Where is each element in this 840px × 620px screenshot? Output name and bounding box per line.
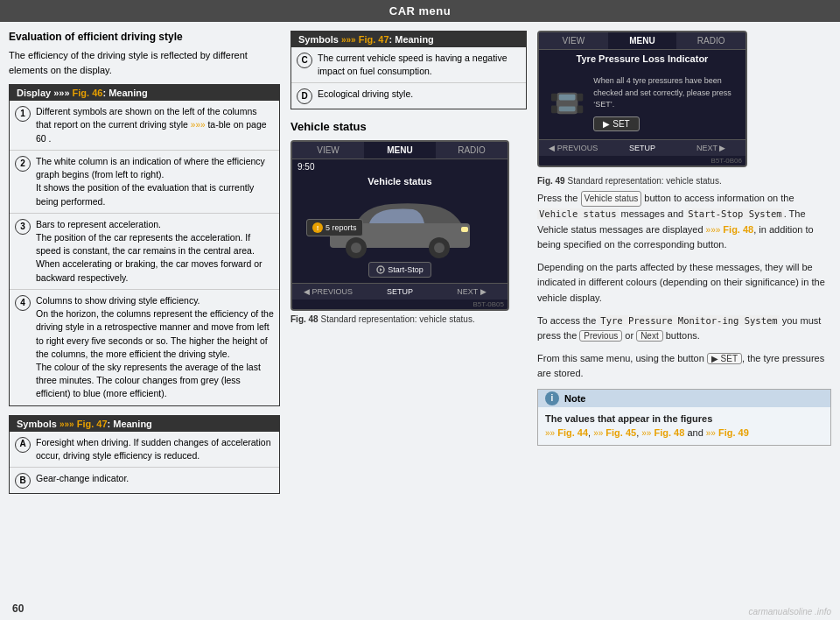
note-fig45: Fig. 45 [606,427,636,438]
row-num-2: 2 [15,156,31,172]
set-kbd[interactable]: ▶ SET [707,353,742,364]
start-stop-button[interactable]: Start-Stop [368,262,431,278]
start-stop-icon [376,265,385,274]
svg-rect-12 [551,105,557,113]
section-body-driving-style: The efficiency of the driving style is r… [9,48,280,77]
tyre-screen-bottom: ◀ PREVIOUS SETUP NEXT ▶ [539,139,746,156]
set-icon: ▶ [603,119,610,129]
note-body: The values that appear in the figures »»… [538,407,830,445]
mid-symbols-suffix: : Meaning [389,34,434,45]
display-header-text: Display »»» Fig. 46: Meaning [17,88,148,98]
fig49-caption: Fig. 49 Standard representation: vehicle… [537,176,831,186]
svg-rect-13 [577,94,583,102]
symbol-letter-D: D [297,88,312,104]
display-header-suffix: : Meaning [102,88,147,98]
display-row-1: 1 Different symbols are shown on the lef… [10,101,279,151]
note-box: i Note The values that appear in the fig… [537,389,831,446]
tyre-tab-view[interactable]: VIEW [539,32,608,49]
display-meaning-box: Display »»» Fig. 46: Meaning 1 Different… [9,84,280,406]
car-screen-setup-btn[interactable]: SETUP [364,284,436,299]
tyre-set-button[interactable]: ▶ SET [593,116,639,131]
reports-button[interactable]: ! 5 reports [306,219,363,236]
car-screen-vehicle-title: Vehicle status [292,174,508,192]
symbol-text-C: The current vehicle speed is having a ne… [318,52,521,78]
tyre-screen-title: Tyre Pressure Loss Indicator [539,50,746,67]
display-row-4: 4 Columns to show driving style efficien… [10,290,279,405]
svg-point-2 [351,243,361,253]
note-fig48: Fig. 48 [654,427,685,438]
car-screen-prev-btn[interactable]: ◀ PREVIOUS [292,284,364,299]
note-header-label: Note [564,393,585,404]
tyre-fig-code: B5T-0B06 [539,156,746,166]
svg-rect-10 [559,106,576,111]
car-screen-fig-code: B5T-0B05 [292,299,508,309]
tyre-next-btn[interactable]: NEXT ▶ [676,140,746,156]
right-column: VIEW MENU RADIO Tyre Pressure Loss Indic… [537,31,831,614]
car-screen-time-value: 9:50 [298,162,314,172]
reports-label: 5 reports [326,223,357,232]
vehicle-status-screen-ref[interactable]: Vehicle status [581,191,642,207]
car-screen-bottom: ◀ PREVIOUS SETUP NEXT ▶ [292,283,508,299]
symbol-text-D: Ecological driving style. [318,88,521,104]
left-symbols-fig-ref: Fig. 47 [77,419,108,429]
row-num-4: 4 [15,295,31,311]
page-number: 60 [12,602,24,615]
warning-icon: ! [312,222,323,233]
svg-rect-14 [577,105,583,113]
row-text-4: Columns to show driving style efficiency… [36,294,274,401]
symbol-text-B: Gear-change indicator. [36,472,274,489]
tyre-prev-btn[interactable]: ◀ PREVIOUS [539,140,608,156]
tyre-body-text: When all 4 tyre pressures have been chec… [593,75,737,111]
svg-point-4 [434,243,444,253]
left-symbols-suffix: : Meaning [108,419,152,429]
left-symbols-header: Symbols »»» Fig. 47: Meaning [10,416,279,432]
symbol-letter-C: C [297,53,312,68]
svg-rect-9 [559,95,576,101]
row-text-3: Bars to represent acceleration.The posit… [36,218,274,285]
symbol-row-C: C The current vehicle speed is having a … [291,47,526,83]
display-fig-ref: Fig. 46 [73,88,103,98]
tyre-tab-menu[interactable]: MENU [608,32,677,49]
symbol-text-A: Foresight when driving. If sudden change… [36,436,274,462]
section-title-driving-style: Evaluation of efficient driving style [9,31,280,43]
note-header: i Note [538,390,830,407]
set-btn-label: SET [612,119,629,129]
left-symbols-box: Symbols »»» Fig. 47: Meaning A Foresight… [9,415,280,494]
car-screen-next-btn[interactable]: NEXT ▶ [436,284,508,299]
top-bar-title: CAR menu [389,4,451,18]
note-fig49: Fig. 49 [718,427,749,438]
right-para4: From this same menu, using the button ▶ … [537,351,831,382]
car-screen: VIEW MENU RADIO 9:50 Vehicle status ! [290,140,509,311]
middle-column: Symbols »»» Fig. 47: Meaning C The curre… [290,31,527,614]
tab-menu[interactable]: MENU [364,142,436,159]
car-screen-body: ! 5 reports [292,192,508,283]
mid-symbols-fig-ref: Fig. 47 [359,34,389,45]
tab-view[interactable]: VIEW [292,142,364,159]
next-kbd[interactable]: Next [636,330,663,342]
symbol-letter-B: B [15,473,31,489]
car-screen-topbar: VIEW MENU RADIO [292,142,508,159]
display-box-header: Display »»» Fig. 46: Meaning [10,85,279,101]
symbol-letter-A: A [15,437,31,453]
fig48-text: Standard representation: vehicle status. [320,314,474,324]
fig48-inline-ref: Fig. 48 [723,224,753,235]
tyre-screen-topbar: VIEW MENU RADIO [539,32,746,50]
fig48-caption: Fig. 48 Standard representation: vehicle… [290,314,527,324]
top-bar: CAR menu [0,0,840,22]
tyre-setup-btn[interactable]: SETUP [608,140,677,156]
row-num-3: 3 [15,219,31,235]
start-stop-code: Start-Stop System [686,208,783,219]
fig49-label: Fig. 49 [537,176,565,186]
previous-kbd[interactable]: Previous [579,330,622,342]
tyre-tab-radio[interactable]: RADIO [676,32,746,49]
tyre-car-svg [548,73,586,134]
symbol-row-A: A Foresight when driving. If sudden chan… [10,432,279,468]
watermark: carmanualsoline .info [749,607,832,616]
vehicle-status-code: Vehicle status [537,208,619,219]
tyre-screen-body: When all 4 tyre pressures have been chec… [539,67,746,139]
display-row-2: 2 The white column is an indication of w… [10,151,279,214]
tab-radio[interactable]: RADIO [436,142,508,159]
mid-symbols-box: Symbols »»» Fig. 47: Meaning C The curre… [290,31,527,109]
tyre-monitor-code: Tyre Pressure Monitor-ing System [598,315,779,326]
fig48-label: Fig. 48 [290,314,318,324]
